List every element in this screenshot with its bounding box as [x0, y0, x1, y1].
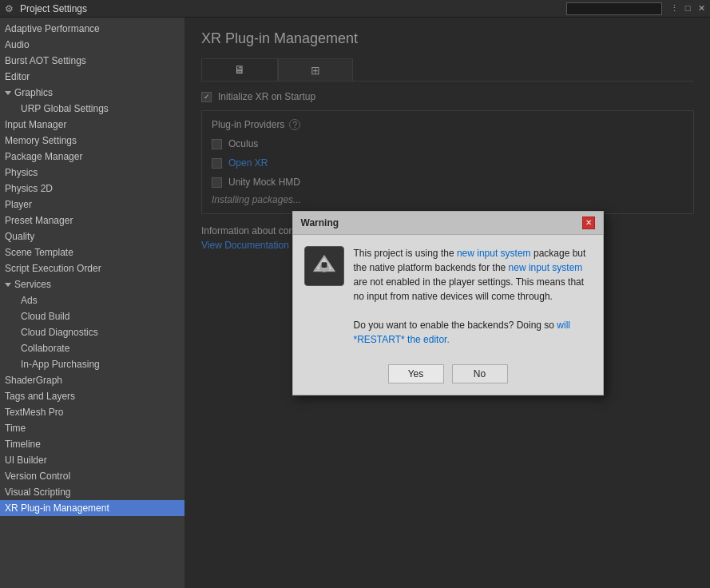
sidebar-item-cloud-build[interactable]: Cloud Build: [0, 308, 184, 324]
dialog-text-part1: This project is using the: [354, 248, 457, 259]
sidebar-item-graphics[interactable]: Graphics: [0, 85, 184, 101]
sidebar-item-visual-scripting[interactable]: Visual Scripting: [0, 484, 184, 500]
sidebar-item-burst-aot[interactable]: Burst AOT Settings: [0, 53, 184, 69]
minimize-button[interactable]: ⋮: [668, 2, 680, 14]
dialog-title-bar: Warning ✕: [293, 212, 603, 235]
sidebar-item-collaborate[interactable]: Collaborate: [0, 340, 184, 356]
dialog-overlay: Warning ✕ This project is using the new …: [185, 18, 710, 588]
sidebar-item-shader-graph[interactable]: ShaderGraph: [0, 372, 184, 388]
dialog-highlight2: new input system: [509, 262, 583, 273]
dialog-unity-icon: [304, 246, 344, 286]
sidebar-item-memory-settings[interactable]: Memory Settings: [0, 133, 184, 149]
sidebar-item-version-control[interactable]: Version Control: [0, 468, 184, 484]
main-layout: Adaptive Performance Audio Burst AOT Set…: [0, 18, 710, 588]
sidebar-item-urp-global[interactable]: URP Global Settings: [0, 101, 184, 117]
sidebar-item-ads[interactable]: Ads: [0, 292, 184, 308]
sidebar-item-cloud-diagnostics[interactable]: Cloud Diagnostics: [0, 324, 184, 340]
window-title: Project Settings: [20, 3, 87, 14]
unity-logo-svg: [311, 252, 338, 280]
sidebar-item-player[interactable]: Player: [0, 197, 184, 213]
sidebar-item-scene-template[interactable]: Scene Template: [0, 244, 184, 260]
sidebar-item-textmesh-pro[interactable]: TextMesh Pro: [0, 404, 184, 420]
sidebar-item-adaptive-performance[interactable]: Adaptive Performance: [0, 21, 184, 37]
warning-dialog: Warning ✕ This project is using the new …: [292, 211, 604, 395]
services-expand-icon: [5, 283, 11, 287]
close-button[interactable]: ✕: [696, 2, 707, 14]
title-bar: ⚙ Project Settings ⋮ □ ✕: [0, 0, 710, 18]
maximize-button[interactable]: □: [682, 2, 693, 14]
dialog-no-button[interactable]: No: [452, 364, 508, 383]
sidebar-item-quality[interactable]: Quality: [0, 228, 184, 244]
sidebar-item-ui-builder[interactable]: UI Builder: [0, 452, 184, 468]
dialog-highlight1: new input system: [457, 248, 531, 259]
sidebar-item-script-execution[interactable]: Script Execution Order: [0, 260, 184, 276]
sidebar: Adaptive Performance Audio Burst AOT Set…: [0, 18, 185, 588]
sidebar-item-physics[interactable]: Physics: [0, 165, 184, 181]
dialog-body: This project is using the new input syst…: [293, 235, 603, 358]
sidebar-item-time[interactable]: Time: [0, 420, 184, 436]
sidebar-item-preset-manager[interactable]: Preset Manager: [0, 213, 184, 228]
dialog-text-part4: Do you want to enable the backends? Doin…: [354, 320, 557, 331]
sidebar-item-audio[interactable]: Audio: [0, 37, 184, 53]
gear-icon: ⚙: [5, 3, 16, 14]
dialog-close-button[interactable]: ✕: [582, 217, 595, 229]
search-input[interactable]: [566, 2, 662, 15]
sidebar-item-tags-layers[interactable]: Tags and Layers: [0, 388, 184, 404]
sidebar-item-physics-2d[interactable]: Physics 2D: [0, 181, 184, 197]
sidebar-item-editor[interactable]: Editor: [0, 69, 184, 85]
content-area: XR Plug-in Management 🖥 ⊞ Initialize XR …: [185, 18, 710, 588]
sidebar-item-package-manager[interactable]: Package Manager: [0, 149, 184, 165]
sidebar-item-in-app-purchasing[interactable]: In-App Purchasing: [0, 356, 184, 372]
sidebar-item-timeline[interactable]: Timeline: [0, 436, 184, 452]
dialog-yes-button[interactable]: Yes: [388, 364, 444, 383]
sidebar-item-xr-plugin-management[interactable]: XR Plug-in Management: [0, 500, 184, 516]
dialog-message: This project is using the new input syst…: [354, 246, 592, 347]
graphics-expand-icon: [5, 91, 11, 95]
dialog-title: Warning: [301, 217, 339, 228]
sidebar-item-services[interactable]: Services: [0, 276, 184, 292]
sidebar-item-input-manager[interactable]: Input Manager: [0, 117, 184, 133]
svg-rect-2: [321, 262, 327, 268]
search-bar: [566, 2, 662, 15]
window-controls: ⋮ □ ✕: [668, 2, 707, 14]
dialog-text-part3: are not enabled in the player settings. …: [354, 276, 585, 302]
dialog-footer: Yes No: [293, 358, 603, 395]
